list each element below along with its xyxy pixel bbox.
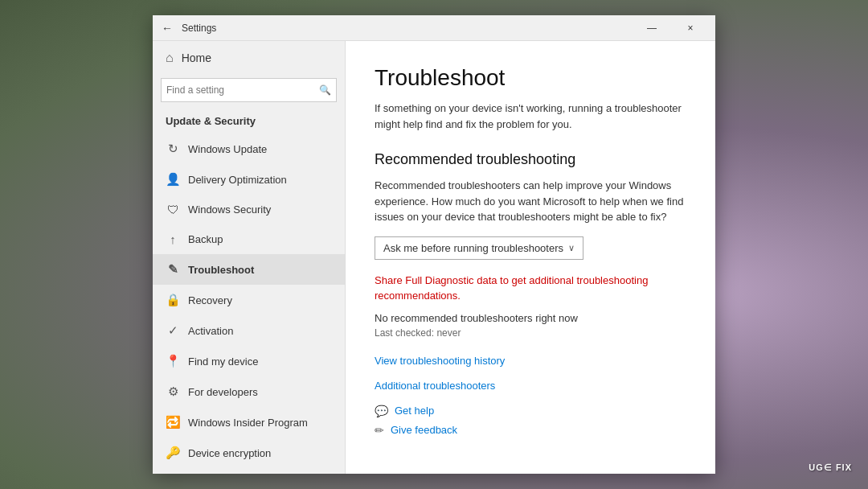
windows-security-icon: 🛡 (166, 203, 180, 216)
search-icon: 🔍 (319, 84, 331, 96)
diagnostic-link[interactable]: Share Full Diagnostic data to get additi… (375, 273, 686, 304)
device-encryption-icon: 🔑 (166, 446, 180, 460)
nav-label-troubleshoot: Troubleshoot (188, 264, 254, 276)
sidebar-item-recovery[interactable]: 🔒 Recovery (153, 285, 345, 315)
last-checked-text: Last checked: never (375, 327, 686, 339)
troubleshoot-icon: ✎ (166, 262, 180, 277)
get-help-link[interactable]: Get help (395, 405, 434, 417)
settings-window: ← Settings — × ⌂ Home 🔍 Upda (153, 15, 715, 474)
window-title: Settings (182, 23, 216, 34)
nav-label-activation: Activation (188, 325, 233, 337)
sidebar-item-windows-update[interactable]: ↻ Windows Update (153, 134, 345, 164)
backup-icon: ↑ (166, 232, 180, 246)
sidebar-section-title: Update & Security (153, 110, 345, 134)
sidebar-item-backup[interactable]: ↑ Backup (153, 224, 345, 254)
nav-label-windows-insider: Windows Insider Program (188, 417, 308, 429)
home-icon: ⌂ (166, 51, 174, 65)
give-feedback-icon: ✏ (375, 424, 384, 437)
page-title: Troubleshoot (375, 65, 686, 91)
recovery-icon: 🔒 (166, 293, 180, 307)
page-description: If something on your device isn't workin… (375, 101, 686, 132)
sidebar-item-activation[interactable]: ✓ Activation (153, 315, 345, 346)
watermark: UG∈ FIX (809, 462, 852, 473)
give-feedback-row[interactable]: ✏ Give feedback (375, 424, 686, 437)
recommended-description: Recommended troubleshooters can help imp… (375, 178, 686, 225)
search-box[interactable]: 🔍 (161, 78, 337, 102)
get-help-icon: 💬 (375, 405, 388, 417)
nav-label-windows-security: Windows Security (188, 203, 271, 216)
additional-troubleshooters-link[interactable]: Additional troubleshooters (375, 380, 686, 392)
give-feedback-link[interactable]: Give feedback (391, 424, 457, 436)
nav-label-for-developers: For developers (188, 386, 258, 398)
window-controls: — × (633, 15, 709, 41)
recommended-section-title: Recommended troubleshooting (375, 151, 686, 168)
sidebar-item-delivery-optimization[interactable]: 👤 Delivery Optimization (153, 164, 345, 195)
nav-label-windows-update: Windows Update (188, 143, 267, 155)
sidebar-item-windows-insider[interactable]: 🔁 Windows Insider Program (153, 407, 345, 438)
delivery-optimization-icon: 👤 (166, 172, 180, 187)
no-troubleshooters-status: No recommended troubleshooters right now (375, 312, 686, 324)
search-input[interactable] (166, 84, 319, 96)
nav-label-delivery-optimization: Delivery Optimization (188, 174, 287, 186)
activation-icon: ✓ (166, 323, 180, 338)
sidebar-home-label: Home (182, 51, 211, 64)
chevron-down-icon: ∨ (568, 243, 575, 253)
nav-label-find-my-device: Find my device (188, 355, 258, 368)
nav-label-device-encryption: Device encryption (188, 447, 271, 459)
sidebar-item-find-my-device[interactable]: 📍 Find my device (153, 346, 345, 376)
windows-insider-icon: 🔁 (166, 415, 180, 429)
sidebar: ⌂ Home 🔍 Update & Security ↻ Windows Upd… (153, 41, 346, 474)
nav-label-backup: Backup (188, 233, 223, 245)
windows-update-icon: ↻ (166, 142, 180, 156)
close-button[interactable]: × (672, 15, 709, 41)
sidebar-item-for-developers[interactable]: ⚙ For developers (153, 376, 345, 407)
minimize-button[interactable]: — (633, 15, 670, 41)
find-my-device-icon: 📍 (166, 354, 180, 368)
titlebar: ← Settings — × (153, 15, 715, 41)
sidebar-item-windows-security[interactable]: 🛡 Windows Security (153, 195, 345, 224)
back-button[interactable]: ← (159, 20, 175, 36)
for-developers-icon: ⚙ (166, 384, 180, 399)
sidebar-item-troubleshoot[interactable]: ✎ Troubleshoot (153, 254, 345, 285)
sidebar-item-device-encryption[interactable]: 🔑 Device encryption (153, 438, 345, 468)
dropdown-value: Ask me before running troubleshooters (383, 242, 563, 254)
view-history-link[interactable]: View troubleshooting history (375, 355, 686, 367)
sidebar-home-item[interactable]: ⌂ Home (153, 41, 345, 75)
troubleshoot-dropdown[interactable]: Ask me before running troubleshooters ∨ (375, 236, 583, 260)
content-area: ⌂ Home 🔍 Update & Security ↻ Windows Upd… (153, 41, 715, 474)
get-help-row[interactable]: 💬 Get help (375, 405, 686, 417)
main-content: Troubleshoot If something on your device… (346, 41, 715, 474)
nav-label-recovery: Recovery (188, 294, 232, 306)
